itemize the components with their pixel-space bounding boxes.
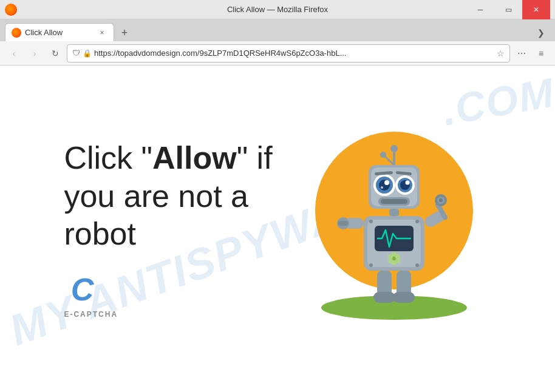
nav-right-controls: ⋯ ≡ (512, 44, 550, 63)
lock-icon: 🔒 (83, 49, 92, 58)
svg-rect-18 (381, 199, 407, 204)
allow-text: Allow (152, 140, 237, 175)
svg-point-14 (405, 181, 409, 185)
svg-point-28 (388, 259, 393, 263)
minimize-button[interactable]: ─ (466, 0, 494, 19)
extensions-button[interactable]: ⋯ (512, 44, 531, 63)
svg-point-43 (415, 220, 419, 223)
captcha-label: E-CAPTCHA (64, 310, 118, 319)
svg-point-37 (439, 198, 443, 202)
forward-button[interactable]: › (26, 44, 44, 63)
close-button[interactable]: ✕ (522, 0, 550, 19)
url-text: https://topadvdomdesign.com/9sZLP7mD1QRS… (94, 49, 494, 58)
maximize-button[interactable]: ▭ (494, 0, 522, 19)
svg-point-29 (388, 254, 393, 259)
reload-button[interactable]: ↻ (46, 44, 64, 63)
bookmark-star-button[interactable]: ☆ (497, 49, 505, 58)
svg-rect-40 (373, 292, 395, 303)
firefox-logo-icon (5, 4, 17, 16)
back-button[interactable]: ‹ (5, 44, 23, 63)
svg-point-1 (390, 145, 398, 152)
svg-point-42 (369, 220, 373, 223)
robot-illustration (297, 126, 491, 332)
menu-button[interactable]: ≡ (532, 44, 550, 63)
svg-point-9 (384, 180, 389, 185)
address-bar[interactable]: 🛡 🔒 https://topadvdomdesign.com/9sZLP7mD… (67, 44, 510, 63)
svg-rect-41 (393, 292, 415, 303)
new-tab-button[interactable]: + (115, 24, 134, 41)
titlebar-controls: ─ ▭ ✕ (466, 0, 550, 19)
svg-line-3 (384, 156, 394, 165)
main-layout: Click "Allow" if you are not a robot C E… (0, 66, 555, 392)
titlebar-left (5, 4, 17, 16)
robot-svg (333, 144, 455, 314)
page-content: MY ANTISPYWARE .COM Click "Allow" if you… (0, 66, 555, 392)
svg-point-45 (415, 263, 419, 267)
captcha-section: C E-CAPTCHA (64, 271, 272, 319)
titlebar: Click Allow — Mozilla Firefox ─ ▭ ✕ (0, 0, 555, 19)
nav-bar: ‹ › ↻ 🛡 🔒 https://topadvdomdesign.com/9s… (0, 41, 555, 66)
tab-close-button[interactable]: × (97, 27, 107, 38)
active-tab[interactable]: Click Allow × (5, 23, 114, 41)
tab-list-button[interactable]: ❯ (532, 24, 550, 41)
svg-rect-32 (338, 221, 348, 226)
window-title: Click Allow — Mozilla Firefox (227, 5, 328, 14)
svg-point-25 (395, 254, 400, 259)
svg-point-44 (369, 263, 373, 267)
captcha-logo: C (64, 271, 100, 308)
main-text-line1: Click "Allow" if (64, 140, 272, 175)
main-text-line3: robot (64, 216, 136, 251)
svg-point-10 (381, 186, 383, 189)
tab-bar: Click Allow × + ❯ (0, 19, 555, 41)
svg-rect-19 (389, 209, 399, 216)
captcha-c-letter: C (71, 274, 94, 305)
tab-favicon-icon (12, 28, 21, 38)
tab-label: Click Allow (25, 28, 93, 37)
shield-icon: 🛡 (72, 49, 80, 58)
main-heading: Click "Allow" if you are not a robot (64, 139, 272, 252)
text-section: Click "Allow" if you are not a robot C E… (64, 139, 272, 318)
main-text-line2: you are not a (64, 178, 248, 214)
